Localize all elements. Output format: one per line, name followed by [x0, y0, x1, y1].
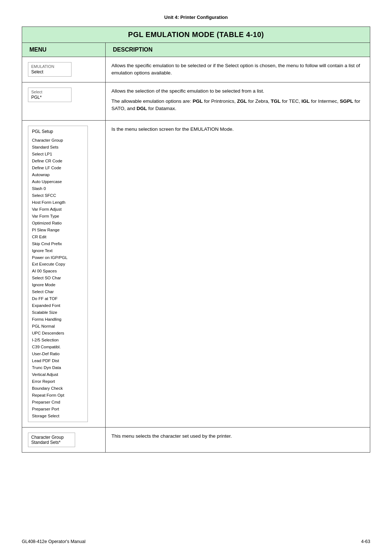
pgl-setup-item: Repeat Form Opt [32, 392, 84, 399]
pgl-setup-item: Var Form Adjust [32, 206, 84, 213]
footer: GL408-412e Operator's Manual 4-63 [22, 539, 370, 544]
pgl-setup-item: Standard Sets [32, 144, 84, 151]
desc-text-2b: The allowable emulation options are: PGL… [111, 98, 364, 113]
desc-cell-2: Allows the selection of the specific emu… [106, 82, 370, 121]
table-title: PGL EMULATION MODE (TABLE 4-10) [22, 27, 370, 43]
pgl-setup-item: Select SO Char [32, 275, 84, 281]
pgl-setup-item: Preparser Port [32, 406, 84, 413]
table-row: PGL Setup Character GroupStandard SetsSe… [22, 121, 370, 428]
pgl-setup-item: I-2/5 Selection [32, 337, 84, 344]
pgl-setup-box: PGL Setup Character GroupStandard SetsSe… [28, 126, 88, 422]
col-header-description: DESCRIPTION [106, 43, 370, 57]
pgl-setup-items: Character GroupStandard SetsSelect LP1De… [32, 137, 84, 420]
pgl-setup-item: Power on IGP/PGL [32, 254, 84, 261]
pgl-setup-item: Forms Handling [32, 316, 84, 323]
menu-label-select: Select [31, 90, 68, 94]
pgl-setup-item: Ignore Mode [32, 281, 84, 288]
pgl-setup-item: UPC Descenders [32, 330, 84, 337]
pgl-setup-item: Scalable Size [32, 309, 84, 316]
col-header-row: MENU DESCRIPTION [22, 43, 370, 57]
pgl-setup-item: Preparser Cmd [32, 399, 84, 406]
menu-value-standard-sets: Standard Sets* [31, 440, 72, 445]
pgl-setup-item: Var Form Type [32, 213, 84, 220]
pgl-setup-item: Ext Execute Copy [32, 261, 84, 268]
footer-right: 4-63 [361, 539, 370, 544]
pgl-setup-item: Ignore Text [32, 247, 84, 254]
pgl-setup-item: PI Slew Range [32, 227, 84, 234]
pgl-setup-item: CR Edit [32, 234, 84, 240]
pgl-setup-item: Do FF at TOF [32, 295, 84, 302]
pgl-setup-item: Optimized Ratio [32, 220, 84, 227]
pgl-setup-item: Error Report [32, 378, 84, 385]
menu-box-select: Select PGL* [28, 88, 72, 102]
pgl-setup-item: AI 00 Spaces [32, 268, 84, 275]
desc-cell-3: Is the menu selection screen for the EMU… [106, 121, 370, 428]
char-group-box: Character Group Standard Sets* [28, 433, 75, 447]
menu-label-emulation: EMULATION [31, 64, 68, 69]
unit-title: Unit 4: Printer Configuration [22, 15, 370, 20]
pgl-setup-item: Auto Uppercase [32, 178, 84, 185]
menu-value-pgl: PGL* [31, 95, 68, 100]
table-row: EMULATION Select Allows the specific emu… [22, 57, 370, 82]
page: Unit 4: Printer Configuration PGL EMULAT… [0, 0, 392, 555]
pgl-setup-item: User-Def Ratio [32, 351, 84, 357]
pgl-setup-item: Trunc Dyn Data [32, 364, 84, 371]
pgl-setup-item: Select Char [32, 288, 84, 295]
table-row: Select PGL* Allows the selection of the … [22, 82, 370, 121]
pgl-setup-item: Slash 0 [32, 185, 84, 192]
main-table: PGL EMULATION MODE (TABLE 4-10) MENU DES… [22, 27, 370, 453]
col-header-menu: MENU [22, 43, 106, 57]
pgl-setup-item: C39 Compatibl. [32, 344, 84, 351]
pgl-setup-item: PGL Normal [32, 323, 84, 330]
menu-cell-1: EMULATION Select [22, 57, 106, 82]
pgl-setup-item: Skip Cmd Prefix [32, 240, 84, 247]
pgl-setup-item: Host Form Length [32, 199, 84, 206]
pgl-setup-item: Expanded Font [32, 302, 84, 309]
table-header-row: PGL EMULATION MODE (TABLE 4-10) [22, 27, 370, 43]
menu-box-emulation: EMULATION Select [28, 62, 72, 77]
menu-cell-pgl-setup: PGL Setup Character GroupStandard SetsSe… [22, 121, 106, 428]
table-row: Character Group Standard Sets* This menu… [22, 427, 370, 452]
pgl-setup-title: PGL Setup [32, 128, 84, 135]
pgl-setup-item: Select LP1 [32, 151, 84, 158]
pgl-setup-item: Vertical Adjust [32, 371, 84, 378]
pgl-setup-item: Define LF Code [32, 165, 84, 171]
pgl-setup-item: Character Group [32, 137, 84, 144]
pgl-setup-item: Define CR Code [32, 158, 84, 165]
pgl-setup-item: Storage Select [32, 413, 84, 420]
menu-label-char-group: Character Group [31, 435, 72, 440]
pgl-setup-item: Select SFCC [32, 192, 84, 199]
menu-cell-2: Select PGL* [22, 82, 106, 121]
footer-left: GL408-412e Operator's Manual [22, 539, 85, 544]
desc-cell-4: This menu selects the character set used… [106, 427, 370, 452]
pgl-setup-item: Autowrap [32, 171, 84, 178]
pgl-setup-item: Boundary Check [32, 385, 84, 392]
desc-text-2a: Allows the selection of the specific emu… [111, 88, 364, 95]
menu-value-emulation: Select [31, 69, 68, 74]
desc-cell-1: Allows the specific emulation to be sele… [106, 57, 370, 82]
pgl-setup-item: Lead PDF Dist [32, 357, 84, 364]
menu-cell-char-group: Character Group Standard Sets* [22, 427, 106, 452]
